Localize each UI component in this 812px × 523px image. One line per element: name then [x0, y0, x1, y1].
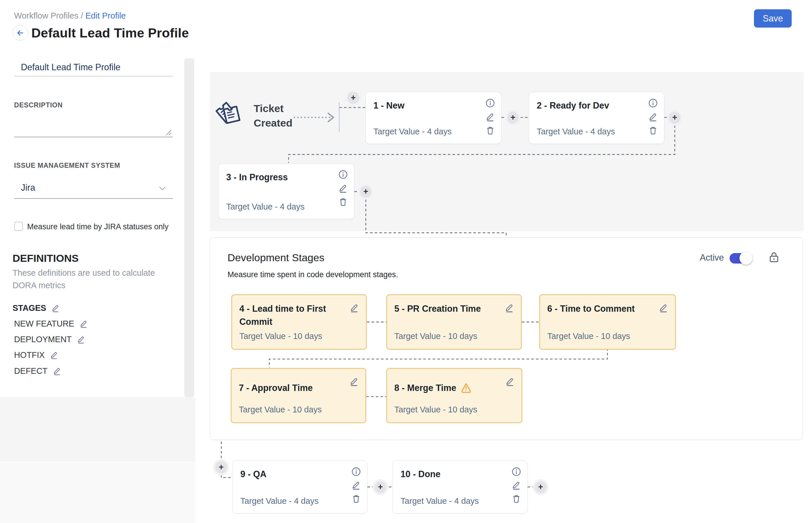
description-input[interactable] [14, 111, 173, 137]
ims-underline [14, 198, 173, 199]
dev-stage-card-5-pr-creation-time[interactable]: 5 - PR Creation Time Target Value - 10 d… [386, 294, 522, 350]
breadcrumb-current[interactable]: Edit Profile [85, 11, 126, 20]
development-stages-title: Development Stages [228, 252, 324, 264]
add-stage-button[interactable]: + [667, 110, 683, 126]
edit-icon[interactable] [486, 112, 495, 121]
edit-deployment-icon[interactable] [77, 335, 85, 344]
stage-category-label: DEFECT [14, 366, 48, 376]
save-button[interactable]: Save [754, 9, 791, 28]
active-toggle-label: Active [700, 253, 724, 263]
stage-title: 1 - New [374, 101, 404, 111]
edit-icon[interactable] [350, 303, 359, 312]
stage-card-2-ready-for-dev[interactable]: 2 - Ready for Dev Target Value - 4 days [529, 92, 665, 144]
warning-icon[interactable] [461, 382, 472, 393]
edit-icon[interactable] [338, 183, 348, 193]
left-background-light [0, 462, 195, 523]
sidebar-scrollbar[interactable] [184, 58, 194, 397]
stage-target-value: Target Value - 10 days [394, 405, 477, 414]
edit-new-feature-icon[interactable] [79, 320, 88, 328]
ticket-icon [215, 99, 245, 129]
stage-title: 10 - Done [400, 469, 440, 479]
add-stage-button[interactable]: + [345, 90, 361, 106]
info-icon[interactable] [648, 98, 657, 108]
stage-title: 6 - Time to Comment [547, 302, 651, 315]
lock-icon[interactable] [769, 252, 779, 263]
stage-target-value: Target Value - 4 days [227, 202, 305, 212]
dev-stage-card-8-merge-time[interactable]: 8 - Merge Time Target Value - 10 days [386, 368, 522, 423]
back-arrow-icon [16, 29, 25, 37]
edit-icon[interactable] [351, 480, 361, 490]
stage-category-label: DEPLOYMENT [14, 335, 72, 344]
stage-target-value: Target Value - 10 days [394, 331, 477, 341]
info-icon[interactable] [338, 170, 348, 179]
stage-category-defect: DEFECT [14, 366, 61, 376]
issue-management-system-value: Jira [21, 183, 35, 193]
stage-title: 9 - QA [240, 469, 266, 479]
stage-title: 4 - Lead time to First Commit [239, 302, 342, 328]
edit-icon[interactable] [505, 377, 515, 386]
add-stage-button[interactable]: + [358, 184, 374, 200]
jira-statuses-checkbox[interactable] [14, 222, 23, 231]
edit-icon[interactable] [505, 303, 514, 312]
page-title: Default Lead Time Profile [31, 25, 189, 41]
stage-card-9-qa[interactable]: 9 - QA Target Value - 4 days [232, 460, 367, 513]
active-toggle-knob[interactable] [739, 252, 753, 265]
info-icon[interactable] [512, 467, 521, 476]
issue-management-system-select[interactable]: Jira [14, 180, 173, 199]
stage-category-deployment: DEPLOYMENT [14, 335, 85, 344]
stage-card-3-in-progress[interactable]: 3 - In Progress Target Value - 4 days [218, 163, 354, 219]
stage-category-label: HOTFIX [14, 350, 45, 360]
add-stage-button[interactable]: + [213, 459, 229, 475]
plus-icon: + [351, 93, 356, 102]
stage-card-1-new[interactable]: 1 - New Target Value - 4 days [365, 92, 502, 144]
dev-stage-card-4-lead-time-to-first-commit[interactable]: 4 - Lead time to First Commit Target Val… [231, 294, 367, 350]
stages-header-row: STAGES [13, 303, 60, 313]
plus-icon: + [672, 113, 677, 122]
definitions-title: DEFINITIONS [13, 252, 79, 265]
stage-target-value: Target Value - 10 days [547, 331, 630, 341]
back-button[interactable] [13, 25, 28, 41]
delete-icon[interactable] [512, 494, 521, 503]
edit-stages-icon[interactable] [51, 304, 60, 312]
delete-icon[interactable] [338, 197, 348, 206]
description-label: DESCRIPTION [14, 101, 63, 109]
add-stage-button[interactable]: + [373, 479, 388, 495]
plus-icon: + [538, 483, 543, 491]
stage-category-label: NEW FEATURE [14, 319, 74, 328]
edit-icon[interactable] [659, 303, 668, 312]
stages-label: STAGES [13, 303, 46, 313]
delete-icon[interactable] [351, 494, 361, 503]
profile-name-input[interactable] [14, 58, 173, 76]
definitions-subtitle: These definitions are used to calculate … [13, 267, 179, 292]
info-icon[interactable] [351, 467, 361, 476]
chevron-down-icon [158, 184, 167, 193]
left-background-gray [0, 397, 195, 461]
delete-icon[interactable] [648, 126, 657, 135]
edit-hotfix-icon[interactable] [50, 351, 58, 359]
delete-icon[interactable] [486, 126, 495, 135]
edit-icon[interactable] [648, 112, 657, 121]
edit-icon[interactable] [349, 377, 359, 386]
dev-stage-card-7-approval-time[interactable]: 7 - Approval Time Target Value - 10 days [231, 368, 366, 423]
development-stages-subtitle: Measure time spent in code development s… [228, 270, 398, 279]
info-icon[interactable] [486, 98, 495, 108]
stage-card-10-done[interactable]: 10 - Done Target Value - 4 days [392, 460, 528, 513]
stage-target-value: Target Value - 10 days [239, 331, 322, 341]
stage-target-value: Target Value - 4 days [537, 127, 615, 137]
dev-stage-card-6-time-to-comment[interactable]: 6 - Time to Comment Target Value - 10 da… [539, 294, 676, 350]
start-node-text: Ticket Created [254, 101, 295, 131]
stage-target-value: Target Value - 4 days [240, 496, 319, 506]
add-stage-button[interactable]: + [505, 110, 521, 126]
edit-icon[interactable] [512, 480, 521, 490]
resize-handle-icon[interactable] [165, 129, 172, 136]
plus-icon: + [219, 463, 224, 471]
stage-title: 2 - Ready for Dev [537, 101, 610, 111]
add-stage-button[interactable]: + [533, 479, 548, 495]
plus-icon: + [510, 113, 516, 122]
breadcrumb: Workflow Profiles / Edit Profile [14, 11, 126, 21]
jira-statuses-checkbox-label: Measure lead time by JIRA statuses only [27, 222, 168, 231]
breadcrumb-section[interactable]: Workflow Profiles / [14, 11, 83, 20]
edit-defect-icon[interactable] [53, 367, 61, 375]
issue-management-system-label: ISSUE MANAGEMENT SYSTEM [14, 162, 121, 169]
stage-category-hotfix: HOTFIX [14, 350, 58, 360]
